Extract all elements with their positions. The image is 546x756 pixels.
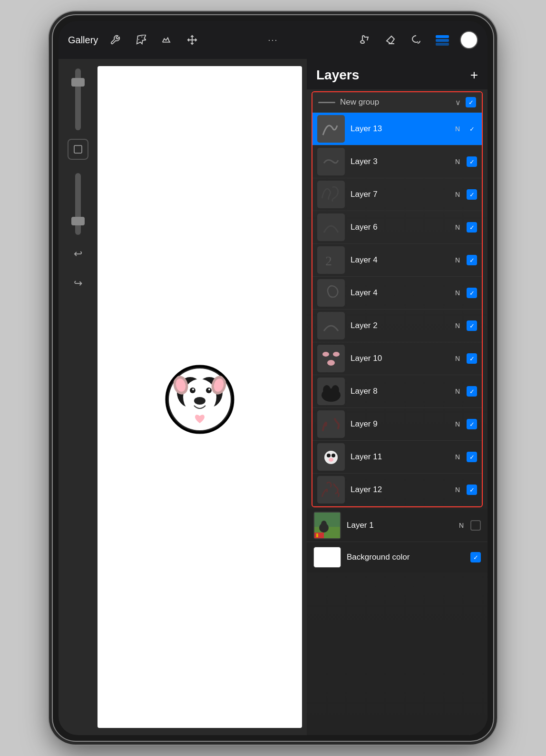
ipad-device: Gallery — [52, 14, 494, 742]
layer-row[interactable]: Layer 11 N — [312, 441, 482, 474]
layer-name: Layer 6 — [351, 223, 455, 232]
gallery-button[interactable]: Gallery — [68, 35, 98, 46]
layer-name: Layer 7 — [351, 190, 455, 199]
layer-name: Layer 8 — [351, 387, 455, 396]
svg-point-17 — [208, 388, 210, 390]
group-chevron-icon[interactable]: ∨ — [455, 98, 461, 107]
layer-visibility-checkbox[interactable] — [467, 452, 477, 462]
layer-thumbnail — [317, 443, 345, 471]
background-color-row[interactable]: Background color — [307, 542, 488, 572]
layers-list: New group ∨ — [307, 89, 488, 735]
svg-point-39 — [332, 385, 339, 395]
svg-rect-6 — [74, 145, 82, 153]
layer-mode: N — [455, 256, 460, 264]
add-layer-button[interactable]: + — [470, 68, 478, 82]
layer-visibility-checkbox[interactable] — [467, 189, 477, 200]
layers-panel: Layers + New group ∨ — [307, 59, 488, 735]
group-header[interactable]: New group ∨ — [312, 92, 482, 113]
layer-row[interactable]: Layer 7 N — [312, 178, 482, 211]
svg-point-42 — [324, 451, 338, 464]
layer-row[interactable]: Layer 13 N — [312, 113, 482, 145]
layer-visibility-checkbox[interactable] — [467, 320, 477, 331]
brush-icon[interactable] — [356, 31, 373, 48]
smear-icon[interactable] — [408, 31, 425, 48]
selection-tool[interactable] — [68, 139, 88, 160]
layer-name: Layer 4 — [351, 255, 455, 265]
layer-visibility-checkbox[interactable] — [467, 124, 477, 134]
opacity-slider[interactable] — [75, 173, 81, 235]
layer-visibility-checkbox[interactable] — [467, 255, 477, 265]
svg-rect-32 — [318, 346, 344, 371]
layer-mode: N — [455, 223, 460, 231]
svg-rect-24 — [318, 116, 344, 142]
svg-rect-25 — [318, 149, 344, 174]
layer-row[interactable]: Layer 8 N — [312, 375, 482, 408]
background-color-swatch[interactable] — [313, 547, 341, 568]
layer-row[interactable]: 2 Layer 4 N — [312, 244, 482, 277]
layer-mode: N — [459, 522, 464, 529]
group-name: New group — [340, 97, 455, 107]
layer-name: Layer 10 — [351, 354, 455, 363]
group-visibility-checkbox[interactable] — [466, 97, 476, 107]
layer-row[interactable]: Layer 9 N — [312, 408, 482, 441]
svg-point-14 — [190, 388, 195, 393]
svg-rect-40 — [318, 411, 344, 437]
layers-header: Layers + — [307, 59, 488, 89]
background-visibility-checkbox[interactable] — [470, 552, 481, 562]
layer-visibility-checkbox[interactable] — [470, 520, 481, 531]
layers-panel-icon[interactable] — [433, 31, 451, 49]
opacity-thumb[interactable] — [71, 217, 85, 225]
layer-row[interactable]: Layer 1 N — [307, 509, 488, 542]
layers-title: Layers — [316, 68, 359, 83]
layer-thumbnail — [317, 181, 345, 208]
layer-mode: N — [455, 355, 460, 362]
svg-point-50 — [321, 521, 327, 528]
layer-thumbnail — [317, 476, 345, 504]
undo-button[interactable]: ↩ — [68, 243, 88, 264]
layer-thumbnail — [317, 279, 345, 307]
layer-row[interactable]: Layer 10 N — [312, 342, 482, 375]
svg-rect-30 — [318, 280, 344, 306]
layer-name: Layer 9 — [351, 419, 455, 429]
top-toolbar: Gallery — [58, 21, 488, 59]
layer-thumbnail — [317, 312, 345, 339]
layer-name: Layer 12 — [351, 485, 455, 494]
wrench-icon[interactable] — [107, 31, 124, 48]
svg-point-44 — [332, 454, 335, 457]
more-options-button[interactable]: ··· — [268, 35, 278, 45]
svg-rect-3 — [436, 35, 449, 38]
redo-button[interactable]: ↪ — [68, 273, 88, 294]
color-picker[interactable] — [460, 31, 478, 49]
background-color-label: Background color — [347, 552, 470, 562]
layer-visibility-checkbox[interactable] — [467, 156, 477, 167]
svg-rect-4 — [436, 39, 449, 42]
layer-row[interactable]: Layer 2 N — [312, 310, 482, 342]
layer-row[interactable]: Layer 6 N — [312, 211, 482, 244]
layer-thumbnail — [313, 512, 341, 539]
layer-mode: N — [455, 289, 460, 297]
layer-visibility-checkbox[interactable] — [467, 222, 477, 233]
layer-row[interactable]: Layer 4 N — [312, 277, 482, 310]
brush-size-slider[interactable] — [75, 68, 81, 130]
layer-name: Layer 13 — [351, 124, 455, 134]
svg-point-15 — [206, 388, 212, 393]
smudge-icon[interactable] — [158, 31, 175, 48]
layer-visibility-checkbox[interactable] — [467, 353, 477, 364]
layer-visibility-checkbox[interactable] — [467, 386, 477, 397]
layer-row[interactable]: Layer 3 N — [312, 145, 482, 178]
magic-icon[interactable] — [132, 31, 149, 48]
layer-mode: N — [455, 453, 460, 461]
layer-visibility-checkbox[interactable] — [467, 288, 477, 298]
layer-name: Layer 2 — [351, 321, 455, 330]
layer-visibility-checkbox[interactable] — [467, 419, 477, 429]
layer-thumbnail — [317, 378, 345, 405]
transform-icon[interactable] — [184, 31, 201, 48]
layer-row[interactable]: Layer 12 N — [312, 474, 482, 506]
layer-name: Layer 11 — [351, 452, 455, 462]
svg-point-45 — [329, 458, 333, 462]
layer-thumbnail — [317, 410, 345, 438]
brush-size-thumb[interactable] — [71, 78, 85, 87]
layer-visibility-checkbox[interactable] — [467, 485, 477, 495]
svg-point-35 — [327, 360, 335, 366]
eraser-icon[interactable] — [382, 31, 399, 48]
